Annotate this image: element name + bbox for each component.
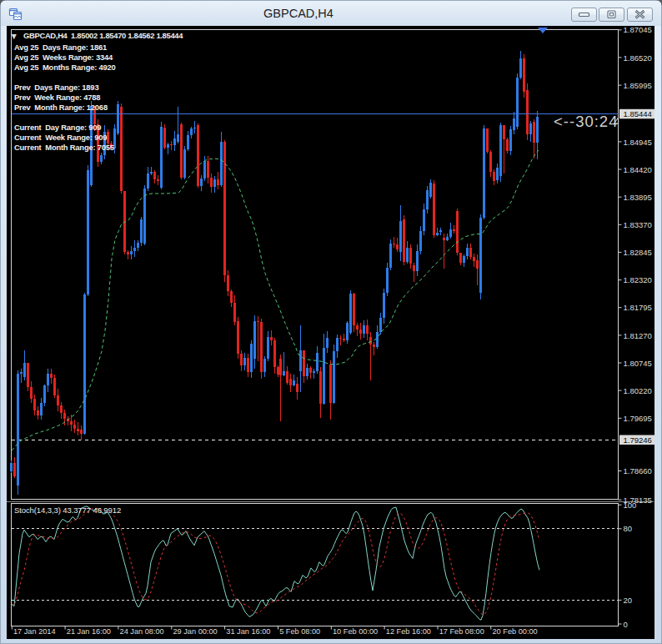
svg-text:Prev Days Range: 1893: Prev Days Range: 1893 xyxy=(14,83,98,92)
svg-text:5 Feb 08:00: 5 Feb 08:00 xyxy=(279,627,320,636)
svg-text:10 Feb 00:00: 10 Feb 00:00 xyxy=(333,627,378,636)
svg-text:Prev Month Range: 12068: Prev Month Range: 12068 xyxy=(14,103,108,112)
svg-text:1.81795: 1.81795 xyxy=(624,303,652,312)
svg-text:20: 20 xyxy=(624,596,633,605)
svg-text:1.79695: 1.79695 xyxy=(624,414,652,423)
svg-text:17 Feb 08:00: 17 Feb 08:00 xyxy=(439,627,484,636)
svg-text:Avg 25 Months Range: 4920: Avg 25 Months Range: 4920 xyxy=(14,63,116,72)
svg-text:GBPCAD,H4: GBPCAD,H4 xyxy=(263,7,334,20)
svg-text:1.80220: 1.80220 xyxy=(624,386,652,395)
svg-text:Avg 25 Weeks Range: 3344: Avg 25 Weeks Range: 3344 xyxy=(14,53,113,62)
svg-text:1.86520: 1.86520 xyxy=(624,53,652,63)
svg-text:20 Feb 00:00: 20 Feb 00:00 xyxy=(493,627,538,636)
svg-text:1.80745: 1.80745 xyxy=(624,359,652,368)
svg-text:1.85995: 1.85995 xyxy=(624,81,652,90)
svg-text:Avg 25 Days Range: 1861: Avg 25 Days Range: 1861 xyxy=(14,43,107,52)
svg-text:Current Month Range: 7055: Current Month Range: 7055 xyxy=(14,143,114,152)
svg-text:80: 80 xyxy=(624,524,633,533)
svg-text:1.85444: 1.85444 xyxy=(624,109,652,118)
svg-text:21 Jan 16:00: 21 Jan 16:00 xyxy=(67,627,111,636)
svg-text:12 Feb 16:00: 12 Feb 16:00 xyxy=(386,627,431,636)
svg-text:1.78660: 1.78660 xyxy=(624,466,652,475)
svg-text:1.83370: 1.83370 xyxy=(624,220,652,229)
svg-text:24 Jan 08:00: 24 Jan 08:00 xyxy=(120,627,164,636)
svg-text:Stoch(14,3,3) 43.3777 46.9912: Stoch(14,3,3) 43.3777 46.9912 xyxy=(14,506,121,515)
svg-text:0: 0 xyxy=(624,620,628,629)
svg-text:1.84945: 1.84945 xyxy=(624,138,652,147)
svg-text:<--30:24: <--30:24 xyxy=(554,113,618,130)
svg-text:1.81270: 1.81270 xyxy=(624,331,652,340)
svg-text:1.84420: 1.84420 xyxy=(624,165,652,174)
svg-text:31 Jan 16:00: 31 Jan 16:00 xyxy=(226,627,270,636)
svg-text:1.87045: 1.87045 xyxy=(624,25,652,34)
svg-text:1.82320: 1.82320 xyxy=(624,275,652,284)
svg-text:29 Jan 00:00: 29 Jan 00:00 xyxy=(173,627,218,636)
svg-text:1.79246: 1.79246 xyxy=(624,435,652,445)
svg-text:Current Week Range: 909: Current Week Range: 909 xyxy=(14,133,107,142)
svg-text:GBPCAD,H4 1.85002 1.85470 1.8: GBPCAD,H4 1.85002 1.85470 1.84562 1.8544… xyxy=(23,31,183,40)
svg-text:17 Jan 2014: 17 Jan 2014 xyxy=(13,627,56,636)
svg-text:100: 100 xyxy=(624,501,637,510)
svg-text:1.82845: 1.82845 xyxy=(624,248,652,257)
svg-text:1.83895: 1.83895 xyxy=(624,193,652,202)
svg-text:Current Day Range: 909: Current Day Range: 909 xyxy=(14,123,101,132)
svg-text:▼: ▼ xyxy=(10,31,18,41)
svg-text:Prev Week Range: 4788: Prev Week Range: 4788 xyxy=(14,93,100,102)
